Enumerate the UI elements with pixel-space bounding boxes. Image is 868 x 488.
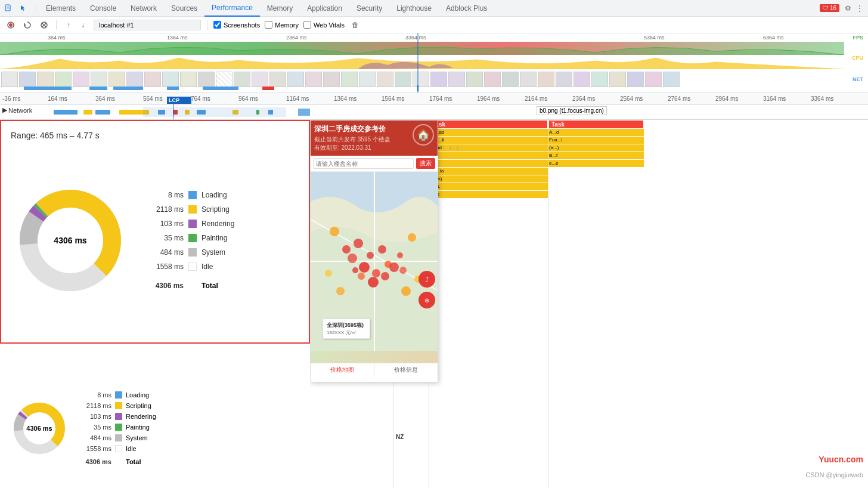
fps-cpu-net-row: FPS CPU NET 364 ms 1364 ms 2364 ms 3364 …: [0, 33, 868, 93]
svg-text:⤴: ⤴: [426, 276, 429, 283]
ruler-mark: 2164 ms: [525, 95, 547, 102]
more-icon[interactable]: ⋮: [854, 2, 866, 14]
small-legend-scripting: 2118 ms Scripting: [79, 402, 156, 409]
map-search-button[interactable]: 搜索: [416, 158, 435, 169]
ruler-mark: 1364 ms: [334, 95, 356, 102]
upload-download: ↑ ↓: [63, 19, 89, 31]
a-anon[interactable]: (a...): [548, 144, 644, 152]
e-e[interactable]: e...e: [548, 160, 644, 167]
network-bars: LCP 516.6 ms: [48, 107, 868, 117]
system-color: [188, 248, 197, 257]
svg-point-48: [372, 269, 380, 277]
tab-elements[interactable]: Elements: [39, 0, 83, 17]
screenshots-checkbox[interactable]: Screenshots: [213, 21, 260, 29]
tab-security[interactable]: Security: [349, 0, 389, 17]
cb[interactable]: cb: [429, 160, 548, 167]
timeline-area: FPS CPU NET 364 ms 1364 ms 2364 ms 3364 …: [0, 33, 868, 120]
cn-ta[interactable]: Cn...ta: [429, 168, 548, 175]
a-d[interactable]: A...d: [548, 129, 644, 136]
small-donut-total: 4306 ms: [26, 425, 52, 432]
tf-s[interactable]: TF s: [429, 191, 548, 198]
svg-rect-8: [24, 87, 72, 90]
svg-rect-1: [7, 6, 9, 9]
balloon-subtitle: 192XXX 元/㎡: [327, 329, 366, 336]
svg-point-60: [408, 233, 416, 242]
f-ad-row[interactable]: f....ad(...(...(...: [429, 144, 548, 152]
tab-adblock[interactable]: Adblock Plus: [439, 0, 494, 17]
small-rendering-color: [115, 413, 122, 420]
legend-item-loading: 8 ms Loading: [142, 191, 234, 199]
svg-point-53: [389, 262, 399, 272]
scripting-color: [188, 205, 197, 214]
divider: [36, 4, 36, 13]
idle-label: Idle: [202, 262, 213, 271]
map-tab-price[interactable]: 价格地图: [311, 363, 374, 376]
reload-record-icon[interactable]: [21, 19, 33, 31]
kt-ql[interactable]: kt.qL: [429, 183, 548, 190]
ruler-mark: 364 ms: [95, 95, 115, 102]
pointer-icon[interactable]: [17, 2, 29, 14]
download-icon[interactable]: ↓: [77, 19, 89, 31]
upload-icon[interactable]: ↑: [63, 19, 75, 31]
ruler-mark: 764 ms: [191, 95, 210, 102]
tab-memory[interactable]: Memory: [260, 0, 300, 17]
fps-chart: [0, 42, 844, 55]
fun-l[interactable]: Fun...l: [548, 137, 644, 144]
tab-performance[interactable]: Performance: [204, 0, 260, 17]
balloon-title: 全深圳(3595栋): [327, 322, 366, 329]
svg-point-56: [381, 272, 389, 280]
performance-toolbar: ↑ ↓ localhost #1 Screenshots Memory Web …: [0, 17, 868, 33]
tab-application[interactable]: Application: [300, 0, 349, 17]
trash-icon[interactable]: 🗑: [349, 19, 361, 31]
record-icon[interactable]: [5, 19, 17, 31]
device-icon[interactable]: [2, 2, 14, 14]
b0-label: b0.png (t1.focus-img.cn): [537, 106, 607, 115]
timeline-ruler: -36 ms 164 ms 364 ms 564 ms 764 ms 964 m…: [0, 93, 868, 105]
map-tab-info[interactable]: 价格信息: [374, 363, 438, 376]
tab-sources[interactable]: Sources: [164, 0, 204, 17]
ruler-mark: 1564 ms: [382, 95, 404, 102]
small-legend-total: 4306 ms Total: [79, 458, 156, 465]
map-logo: 🏠: [413, 124, 434, 146]
svg-rect-13: [262, 87, 274, 90]
legend-item-idle: 1558 ms Idle: [142, 262, 234, 271]
painting-color: [188, 234, 197, 242]
ev-ad[interactable]: Ev...ad: [429, 129, 548, 136]
watermark-csdn: CSDN @yingjieweb: [805, 471, 863, 478]
svg-point-58: [352, 267, 358, 273]
map-subtitle1: 截止当前共发布 3595 个楼盘: [314, 135, 390, 144]
small-legend-system: 484 ms System: [79, 434, 156, 441]
url-input[interactable]: localhost #1: [94, 20, 201, 30]
tab-lighthouse[interactable]: Lighthouse: [389, 0, 439, 17]
net-label: NET: [852, 76, 863, 82]
map-header: 深圳二手房成交参考价 截止当前共发布 3595 个楼盘 有效期至: 2022.0…: [311, 121, 438, 156]
idle-ms: 1558 ms: [142, 262, 184, 271]
tab-console[interactable]: Console: [83, 0, 123, 17]
rendering-ms: 103 ms: [142, 220, 184, 228]
memory-checkbox[interactable]: Memory: [265, 21, 299, 29]
net-chart: [0, 85, 844, 91]
timeline-cursor: [417, 33, 418, 92]
marker-1364: 1364 ms: [167, 35, 188, 41]
task-col-3: Task Ev...ad Fun...ll f....ad(...(...(..…: [429, 120, 548, 488]
tab-network[interactable]: Network: [123, 0, 164, 17]
b-f[interactable]: B...f: [548, 152, 644, 159]
svg-point-45: [367, 252, 374, 259]
watermark-yuucn: Yuucn.com: [819, 455, 863, 464]
network-label[interactable]: ▶ Network: [0, 105, 35, 115]
small-painting-color: [115, 424, 122, 431]
webvitals-checkbox[interactable]: Web Vitals: [303, 21, 345, 29]
svg-point-47: [359, 262, 370, 273]
fun-ll[interactable]: Fun...ll: [429, 137, 548, 144]
loading-label: Loading: [202, 191, 227, 199]
map-search-input[interactable]: [313, 158, 414, 169]
i-cb[interactable]: i.cb: [429, 152, 548, 159]
clear-icon[interactable]: [38, 19, 50, 31]
ruler-mark: 1164 ms: [286, 95, 309, 102]
svg-point-54: [358, 273, 365, 280]
svg-point-46: [378, 245, 386, 254]
svg-point-62: [336, 287, 345, 295]
loading-ms: 8 ms: [142, 191, 184, 199]
a-s[interactable]: (a...s): [429, 175, 548, 183]
settings-icon[interactable]: ⚙: [842, 2, 854, 14]
